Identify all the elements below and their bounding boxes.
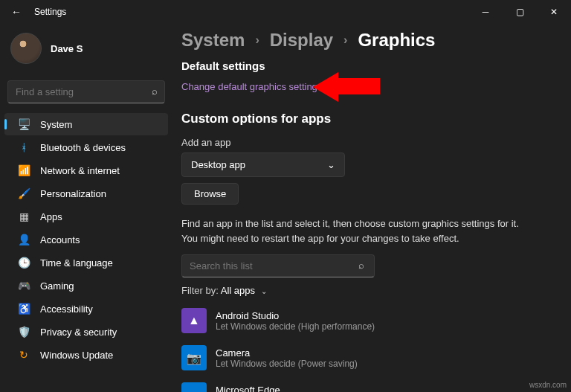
nav-icon: 🖥️ xyxy=(18,118,30,130)
chevron-right-icon: › xyxy=(255,33,259,47)
main-content: System › Display › Graphics Default sett… xyxy=(181,30,571,392)
default-settings-heading: Default settings xyxy=(181,60,556,72)
app-icon xyxy=(181,382,207,392)
nav-icon: 🎮 xyxy=(18,280,30,292)
sidebar-item-label: Apps xyxy=(40,211,62,222)
nav-icon: 👤 xyxy=(18,234,30,245)
app-name: Camera xyxy=(216,347,358,359)
search-wrap: ⌕ xyxy=(7,80,165,103)
sidebar: Dave S ⌕ 🖥️SystemᚼBluetooth & devices📶Ne… xyxy=(0,24,172,392)
watermark: wsxdn.com xyxy=(529,381,567,389)
app-sub: Let Windows decide (Power saving) xyxy=(216,359,358,369)
search-icon: ⌕ xyxy=(152,86,158,97)
sidebar-item-label: Bluetooth & devices xyxy=(40,142,126,153)
nav-icon: ♿ xyxy=(18,303,30,315)
chevron-down-icon: ⌄ xyxy=(327,159,335,170)
help-text: Find an app in the list and select it, t… xyxy=(181,216,523,245)
crumb-current: Graphics xyxy=(358,30,435,51)
back-button[interactable]: ← xyxy=(7,6,25,18)
app-icon: ▲ xyxy=(181,308,207,333)
username: Dave S xyxy=(51,43,83,54)
sidebar-item-label: Personalization xyxy=(40,188,106,199)
custom-options-heading: Custom options for apps xyxy=(181,112,556,126)
dropdown-value: Desktop app xyxy=(191,159,245,170)
filter-label: Filter by: xyxy=(181,285,219,296)
sidebar-item-privacy-security[interactable]: 🛡️Privacy & security xyxy=(4,321,168,343)
sidebar-item-network-internet[interactable]: 📶Network & internet xyxy=(4,159,168,181)
close-button[interactable]: ✕ xyxy=(537,0,571,24)
app-sub: Let Windows decide (High performance) xyxy=(216,321,375,332)
sidebar-item-label: Privacy & security xyxy=(40,327,117,338)
sidebar-item-accessibility[interactable]: ♿Accessibility xyxy=(4,298,168,320)
breadcrumb: System › Display › Graphics xyxy=(181,30,556,51)
add-app-label: Add an app xyxy=(181,137,556,148)
nav-icon: ᚼ xyxy=(18,141,30,153)
sidebar-item-personalization[interactable]: 🖌️Personalization xyxy=(4,182,168,205)
nav-icon: 🕒 xyxy=(18,257,30,269)
nav-icon: ↻ xyxy=(18,349,30,361)
minimize-button[interactable]: ─ xyxy=(468,0,503,24)
sidebar-item-apps[interactable]: ▦Apps xyxy=(4,205,168,228)
filter-value: All apps xyxy=(221,285,255,296)
sidebar-item-time-language[interactable]: 🕒Time & language xyxy=(4,251,168,274)
sidebar-item-label: System xyxy=(40,119,72,130)
sidebar-item-label: Accessibility xyxy=(40,303,93,315)
sidebar-item-label: Windows Update xyxy=(40,350,113,361)
app-type-dropdown[interactable]: Desktop app ⌄ xyxy=(181,152,345,177)
chevron-right-icon: › xyxy=(343,33,347,47)
window-title: Settings xyxy=(34,7,66,17)
app-name: Microsoft Edge xyxy=(216,385,358,393)
app-name: Android Studio xyxy=(216,310,375,321)
search-input[interactable] xyxy=(7,80,165,103)
nav: 🖥️SystemᚼBluetooth & devices📶Network & i… xyxy=(0,111,172,368)
app-search-wrap: ⌕ xyxy=(181,254,556,277)
sidebar-item-windows-update[interactable]: ↻Windows Update xyxy=(4,344,168,366)
maximize-button[interactable]: ▢ xyxy=(503,0,537,24)
sidebar-item-bluetooth-devices[interactable]: ᚼBluetooth & devices xyxy=(4,136,168,158)
nav-icon: ▦ xyxy=(18,211,30,222)
app-list: ▲Android StudioLet Windows decide (High … xyxy=(181,302,556,392)
change-default-graphics-link[interactable]: Change default graphics settings xyxy=(181,81,322,92)
sidebar-item-label: Time & language xyxy=(40,257,113,269)
app-row[interactable]: ▲Android StudioLet Windows decide (High … xyxy=(181,302,556,339)
window-controls: ─ ▢ ✕ xyxy=(468,0,571,24)
sidebar-item-gaming[interactable]: 🎮Gaming xyxy=(4,274,168,297)
user-block[interactable]: Dave S xyxy=(0,28,172,74)
app-row[interactable]: 📷CameraLet Windows decide (Power saving) xyxy=(181,339,556,376)
browse-button[interactable]: Browse xyxy=(181,183,239,205)
sidebar-item-system[interactable]: 🖥️System xyxy=(4,113,168,135)
filter-row[interactable]: Filter by: All apps ⌄ xyxy=(181,285,556,296)
sidebar-item-label: Gaming xyxy=(40,280,74,292)
crumb-display[interactable]: Display xyxy=(270,30,333,51)
sidebar-item-label: Accounts xyxy=(40,234,80,245)
nav-icon: 🖌️ xyxy=(18,187,30,199)
nav-icon: 🛡️ xyxy=(18,326,30,338)
nav-icon: 📶 xyxy=(18,164,30,176)
crumb-system[interactable]: System xyxy=(181,30,245,51)
app-row[interactable]: Microsoft EdgeLet Windows decide (Power … xyxy=(181,376,556,392)
chevron-down-icon: ⌄ xyxy=(261,287,267,295)
avatar xyxy=(10,33,42,64)
app-search-input[interactable] xyxy=(181,254,375,277)
search-icon: ⌕ xyxy=(358,260,364,271)
sidebar-item-accounts[interactable]: 👤Accounts xyxy=(4,228,168,251)
sidebar-item-label: Network & internet xyxy=(40,165,120,176)
app-icon: 📷 xyxy=(181,345,207,370)
